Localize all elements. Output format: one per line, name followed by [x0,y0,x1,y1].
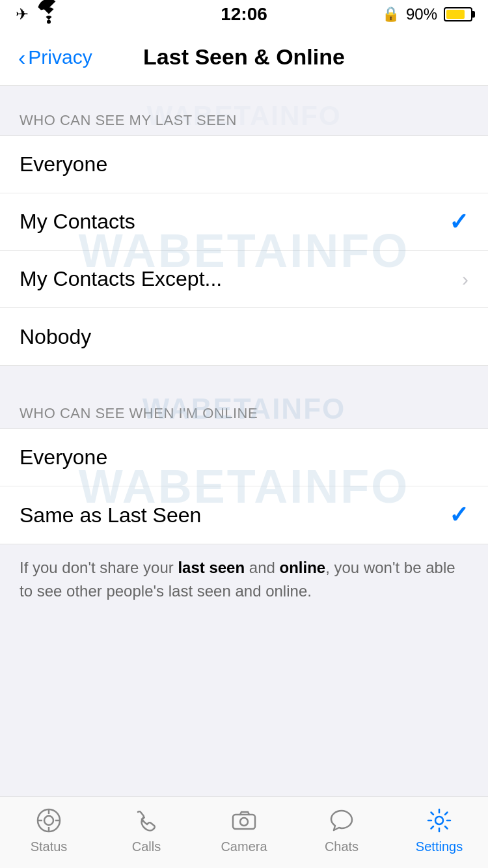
back-button[interactable]: ‹ Privacy [18,46,92,68]
option-same-as-last-seen[interactable]: Same as Last Seen ✓ [0,486,488,544]
option-everyone-online-label: Everyone [20,445,107,469]
airplane-icon: ✈ [16,5,29,23]
chevron-right-icon: › [462,268,468,290]
last-seen-options: Everyone My Contacts ✓ My Contacts Excep… [0,135,488,366]
back-label[interactable]: Privacy [28,46,92,68]
section-gap-1 [0,366,488,389]
status-bar: ✈ 12:06 🔒 90% [0,0,488,29]
svg-point-8 [240,818,248,826]
status-time: 12:06 [221,4,267,25]
lock-icon: 🔒 [382,6,400,23]
camera-icon [228,804,260,837]
section-1: WHO CAN SEE MY LAST SEEN WABETAINFO Ever… [0,86,488,366]
tab-camera-label: Camera [221,839,267,854]
option-everyone-label: Everyone [20,152,107,176]
info-note: If you don't share your last seen and on… [0,544,488,619]
status-icons: ✈ [16,0,62,29]
option-everyone-online[interactable]: Everyone [0,429,488,486]
info-text-2: and [245,559,279,576]
tab-camera[interactable]: Camera [195,804,293,854]
online-options: Everyone Same as Last Seen ✓ WABETAINFO [0,428,488,544]
svg-point-0 [47,20,51,24]
svg-rect-7 [233,815,255,829]
tab-bar: Status Calls Camera Chats [0,796,488,868]
battery-percent: 90% [406,5,437,23]
tab-status-label: Status [31,839,68,854]
tab-settings[interactable]: Settings [390,804,488,854]
tab-chats-label: Chats [325,839,359,854]
settings-icon [423,804,455,837]
battery-icon [444,7,472,21]
option-nobody[interactable]: Nobody [0,308,488,365]
check-same-last-seen-icon: ✓ [449,501,468,529]
info-bold-last-seen: last seen [178,559,245,576]
section-1-header: WHO CAN SEE MY LAST SEEN WABETAINFO [0,96,488,135]
section-1-header-text: WHO CAN SEE MY LAST SEEN [20,112,237,128]
section-2-header-text: WHO CAN SEE WHEN I'M ONLINE [20,405,258,421]
tab-status[interactable]: Status [0,804,98,854]
back-chevron-icon: ‹ [18,46,25,68]
svg-point-9 [435,817,443,824]
nav-title: Last Seen & Online [143,44,345,70]
option-my-contacts[interactable]: My Contacts ✓ [0,193,488,251]
section-2-header: WHO CAN SEE WHEN I'M ONLINE WABETAINFO [0,389,488,428]
calls-icon [130,804,163,837]
option-everyone-last-seen[interactable]: Everyone [0,136,488,193]
tab-chats[interactable]: Chats [293,804,390,854]
tab-calls-label: Calls [132,839,161,854]
chats-icon [325,804,358,837]
option-my-contacts-except[interactable]: My Contacts Except... › [0,251,488,308]
info-bold-online: online [280,559,326,576]
status-right: 🔒 90% [382,5,472,23]
tab-settings-label: Settings [416,839,463,854]
battery-fill [446,10,465,19]
option-my-contacts-except-label: My Contacts Except... [20,267,222,291]
wifi-icon [35,0,62,29]
check-my-contacts-icon: ✓ [449,208,468,236]
nav-bar: ‹ Privacy Last Seen & Online [0,29,488,86]
status-icon [33,804,65,837]
option-my-contacts-label: My Contacts [20,210,135,234]
info-text-1: If you don't share your [20,559,178,576]
option-nobody-label: Nobody [20,325,91,349]
svg-point-2 [44,816,53,825]
section-2: WHO CAN SEE WHEN I'M ONLINE WABETAINFO E… [0,389,488,619]
tab-calls[interactable]: Calls [98,804,195,854]
option-same-last-seen-label: Same as Last Seen [20,503,201,527]
